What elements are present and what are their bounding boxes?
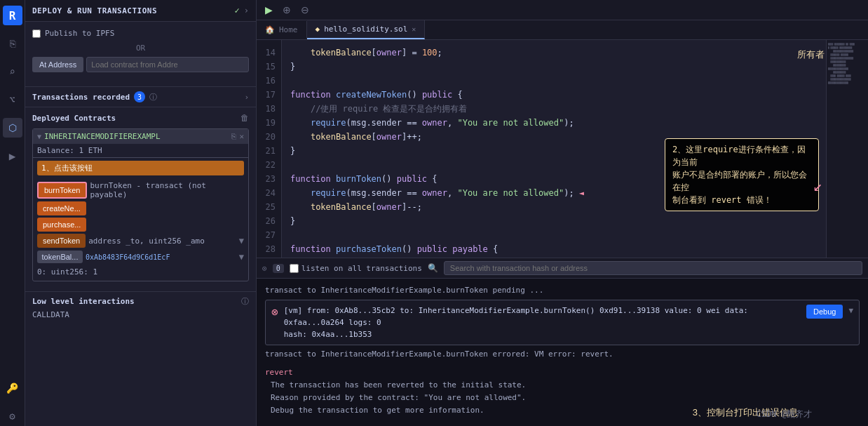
key-icon[interactable]: 🔑 [3,378,22,398]
terminal-content: transact to InheritanceModifierExample.b… [257,279,868,426]
terminal-search-icon: 🔍 [428,263,438,273]
burn-token-label: burnToken - transact (not payable) [90,181,244,199]
terminal-badge: 0 [273,264,284,273]
function-buttons: burnToken burnToken - transact (not paya… [33,178,248,251]
tabs-bar: 🏠 Home ◆ hello_solidity.sol ✕ [257,20,868,40]
line-numbers: 1415161718192021222324252627282930 [257,40,282,258]
search-tx-input[interactable] [444,261,862,275]
owner-label: 所有者 [797,48,825,61]
home-tab-label: Home [279,25,298,34]
contract-balance: Balance: 1 ETH [33,144,248,158]
listen-label: listen on all transactions [301,264,422,273]
logo-icon: R [3,6,22,25]
editor-toolbar: ▶ ⊕ ⊖ [257,0,868,20]
tab-home[interactable]: 🏠 Home [257,21,307,39]
sol-tab-label: hello_solidity.sol [324,25,407,34]
publish-ipfs-label: Publish to IPFS [45,29,114,38]
error-hash: hash: 0x4aa...1b353 [284,328,801,340]
low-level-title: Low level interactions [32,297,135,306]
at-address-input[interactable] [86,57,249,72]
transactions-badge: 3 [134,91,145,102]
zoom-in-button[interactable]: ⊕ [280,3,294,17]
transactions-label: Transactions recorded [32,93,130,102]
contract-close-icon[interactable]: ✕ [239,132,244,141]
annotation-2-title: 2、这里require进行条件检查，因为当前 [672,143,811,168]
low-level-section: Low level interactions ⓘ CALLDATA [25,291,256,324]
tab-hello-solidity[interactable]: ◆ hello_solidity.sol ✕ [307,20,426,39]
error-text: [vm] from: 0xAb8...35cb2 to: Inheritance… [284,305,801,340]
revert-body-1: The transaction has been reverted to the… [271,379,860,392]
minimap: ████ ████████ ██ ████ █ ██████ █████████… [826,40,868,258]
send-token-row: sendToken address _to, uint256 _amo ▼ [37,234,244,248]
or-divider: OR [32,44,249,53]
burn-token-button[interactable]: burnToken [37,182,87,199]
deploy-panel-content: Publish to IPFS OR At Address [25,22,256,86]
at-address-button[interactable]: At Address [32,57,83,72]
terminal-toolbar: ⊙ 0 listen on all transactions 🔍 [257,258,868,279]
contract-item: ▼ INHERITANCEMODIFIEREXAMPL ⎘ ✕ Balance:… [32,128,249,281]
purchase-token-button[interactable]: purchase... [37,218,86,232]
terminal-area: ⊙ 0 listen on all transactions 🔍 transac… [257,258,868,426]
git-icon[interactable]: ⌥ [3,90,22,109]
revert-body-2: Reason provided by the contract: "You ar… [271,392,860,404]
settings-icon[interactable]: ⚙ [3,406,22,426]
expand-icon[interactable]: › [244,6,249,15]
token-balance-result: 0: uint256: 1 [33,266,248,281]
annotation-2-body: 账户不是合约部署的账户，所以您会在控 [672,168,811,194]
deploy-run-icon[interactable]: ▶ [3,146,22,166]
error-from: [vm] from: 0xAb8...35cb2 to: Inheritance… [284,305,801,328]
token-balance-address: 0xAb8483F64d9C6d1EcF [86,253,236,261]
home-tab-icon: 🏠 [265,25,275,34]
debug-expand-icon[interactable]: ▼ [848,305,853,317]
check-icon: ✓ [235,6,240,15]
send-token-dropdown-icon[interactable]: ▼ [239,236,244,246]
token-balance-button[interactable]: tokenBal... [37,251,83,263]
token-balance-dropdown-icon[interactable]: ▼ [239,252,244,262]
sol-file-icon: ◆ [316,25,320,34]
deploy-panel-header: DEPLOY & RUN TRANSACTIONS ✓ › [25,0,256,22]
tab-close-icon[interactable]: ✕ [412,25,416,33]
listen-checkbox-row: listen on all transactions [290,264,422,273]
error-row: ⊗ [vm] from: 0xAb8...35cb2 to: Inheritan… [265,300,860,345]
sidebar: R ⎘ ⌕ ⌥ ⬡ ▶ 🔑 ⚙ [0,0,25,426]
listen-checkbox[interactable] [290,264,299,273]
create-token-button[interactable]: createNe... [37,201,86,215]
token-balance-row: tokenBal... 0xAb8483F64d9C6d1EcF ▼ [33,251,248,266]
send-token-label: address _to, uint256 _amo [88,237,236,246]
csdn-watermark: CSDN @甄齐才 [757,408,812,420]
calldata-label: CALLDATA [32,310,69,319]
low-level-header: Low level interactions ⓘ [32,296,249,307]
contract-arrow-icon[interactable]: ▼ [37,133,41,140]
deployed-section: Deployed Contracts 🗑 ▼ INHERITANCEMODIFI… [25,107,256,291]
contract-name: INHERITANCEMODIFIEREXAMPL [44,132,229,141]
contract-header: ▼ INHERITANCEMODIFIEREXAMPL ⎘ ✕ [33,129,248,144]
trash-icon[interactable]: 🗑 [240,113,249,123]
send-token-button[interactable]: sendToken [37,234,86,248]
minimap-content: ████ ████████ ██ ████ █ ██████ █████████… [827,40,868,88]
log-line-2: transact to InheritanceModifierExample.b… [265,348,860,361]
annotation-2-arrow-icon: ↙ [813,177,822,194]
deploy-panel: DEPLOY & RUN TRANSACTIONS ✓ › Publish to… [25,0,257,426]
contract-copy-icon[interactable]: ⎘ [231,132,236,141]
annotation-2-body2: 制台看到 revert 错误！ [672,194,811,206]
terminal-circle-icon: ⊙ [262,264,267,273]
main-area: ▶ ⊕ ⊖ 🏠 Home ◆ hello_solidity.sol ✕ 1415… [257,0,868,426]
editor-wrapper: 1415161718192021222324252627282930 token… [257,40,868,258]
burn-token-row: burnToken burnToken - transact (not paya… [37,181,244,199]
deploy-panel-title: DEPLOY & RUN TRANSACTIONS [32,6,231,15]
files-icon[interactable]: ⎘ [3,34,22,53]
search-icon[interactable]: ⌕ [3,62,22,81]
at-address-row: At Address [32,57,249,72]
debug-button[interactable]: Debug [806,305,843,319]
low-level-info-icon[interactable]: ⓘ [241,296,249,307]
error-circle-icon: ⊗ [271,306,278,319]
publish-ipfs-checkbox[interactable] [32,29,41,38]
transactions-expand-icon[interactable]: › [244,93,249,102]
info-icon[interactable]: ⓘ [149,92,157,102]
deployed-title: Deployed Contracts [32,114,116,123]
zoom-out-button[interactable]: ⊖ [298,3,312,17]
run-button[interactable]: ▶ [262,3,276,17]
create-token-row: createNe... [37,201,244,215]
publish-ipfs-row: Publish to IPFS [32,29,249,38]
plugin-icon[interactable]: ⬡ [3,118,22,138]
